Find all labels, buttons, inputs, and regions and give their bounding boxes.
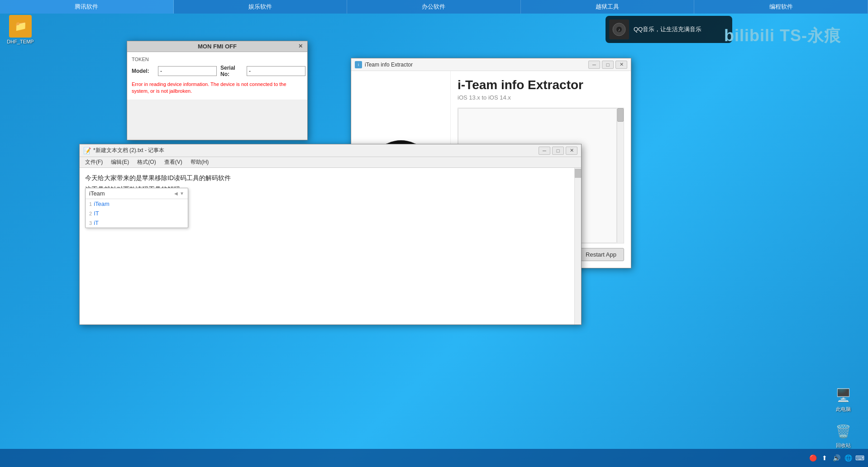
tray-icon-volume[interactable]: 🔊: [832, 453, 841, 462]
mon-fmi-body: TOKEN Model: Serial No: Error in reading…: [127, 52, 307, 100]
mon-fmi-title: MON FMI OFF: [198, 43, 237, 50]
menu-help[interactable]: 帮助(H): [187, 157, 213, 167]
notepad-titlebar: 📝 *新建文本文档 (2).txt - 记事本 ─ □ ✕: [80, 144, 581, 157]
menu-edit[interactable]: 编辑(E): [107, 157, 133, 167]
model-input[interactable]: [158, 66, 217, 76]
iteam-window-controls: ─ □ ✕: [588, 61, 627, 69]
notepad-window-controls: ─ □ ✕: [539, 147, 577, 155]
taskbar-item-tengxun[interactable]: 腾讯软件: [0, 0, 174, 14]
autocomplete-suggestion-2[interactable]: 2 IT: [86, 209, 188, 218]
system-tray: 🔴 ⬆ 🔊 🌐 ⌨: [0, 449, 868, 467]
mycomputer-icon: 🖥️: [833, 385, 853, 405]
mon-fmi-window: MON FMI OFF ✕ TOKEN Model: Serial No: Er…: [127, 41, 308, 140]
tray-icon-keyboard[interactable]: ⌨: [855, 453, 864, 462]
notepad-title: *新建文本文档 (2).txt - 记事本: [93, 147, 164, 154]
autocomplete-dropdown: iTeam ◀ ▼ 1 iTeam 2 IT 3 iT: [85, 188, 188, 228]
desktop-icon-label: DHF_TEMP: [7, 39, 33, 44]
menu-view[interactable]: 查看(V): [161, 157, 186, 167]
iteam-minimize-button[interactable]: ─: [588, 61, 600, 69]
notepad-icon: 📝: [83, 147, 91, 154]
menu-file[interactable]: 文件(F): [81, 157, 106, 167]
serial-label: Serial No:: [220, 65, 243, 77]
desktop-icon-mycomputer[interactable]: 🖥️ 此电脑: [827, 385, 859, 413]
taskbar-item-yule[interactable]: 娱乐软件: [174, 0, 348, 14]
taskbar-item-biancheng[interactable]: 编程软件: [694, 0, 868, 14]
notepad-line-1: 今天给大家带来的是苹果移除ID读码工具的解码软件: [85, 172, 569, 184]
mon-fmi-titlebar: MON FMI OFF ✕: [127, 41, 307, 52]
menu-format[interactable]: 格式(O): [134, 157, 159, 167]
iteam-scrollbar[interactable]: [617, 108, 624, 243]
autocomplete-suggestion-3[interactable]: 3 iT: [86, 218, 188, 228]
token-label: TOKEN: [132, 57, 303, 62]
music-album-art: ♪: [609, 19, 629, 39]
notepad-minimize-button[interactable]: ─: [539, 147, 550, 155]
notepad-close-button[interactable]: ✕: [566, 147, 577, 155]
serial-input[interactable]: [247, 66, 305, 76]
taskbar-top: 腾讯软件 娱乐软件 办公软件 越狱工具 编程软件: [0, 0, 868, 14]
tray-icon-network[interactable]: 🌐: [844, 453, 853, 462]
mon-fmi-fields: Model: Serial No:: [132, 65, 303, 77]
model-label: Model:: [132, 68, 154, 74]
bilibili-branding: bilibili TS-永痕: [724, 25, 841, 47]
iteam-app-subtitle: iOS 13.x to iOS 14.x: [458, 94, 624, 101]
notepad-menubar: 文件(F) 编辑(E) 格式(O) 查看(V) 帮助(H): [80, 157, 581, 168]
notepad-scrollbar[interactable]: [574, 168, 581, 324]
autocomplete-suggestion-1[interactable]: 1 iTeam: [86, 199, 188, 209]
music-title: QQ音乐，让生活充满音乐: [634, 25, 701, 33]
restart-app-button[interactable]: Restart App: [578, 248, 624, 261]
iteam-window-icon: i: [355, 61, 362, 68]
iteam-titlebar: i iTeam info Extractor ─ □ ✕: [351, 58, 631, 71]
taskbar-item-bangong[interactable]: 办公软件: [347, 0, 521, 14]
autocomplete-left-arrow[interactable]: ◀: [174, 191, 178, 196]
recycle-label: 回收站: [836, 442, 851, 449]
desktop-icon-recycle[interactable]: 🗑️ 回收站: [827, 421, 859, 449]
tray-icon-upload[interactable]: ⬆: [820, 453, 829, 462]
autocomplete-current-value: iTeam: [89, 190, 105, 197]
iteam-app-title: i-Team info Extractor: [458, 78, 624, 92]
iteam-window-title: iTeam info Extractor: [365, 62, 413, 68]
error-message: Error in reading device information. The…: [132, 81, 303, 95]
mon-fmi-close-button[interactable]: ✕: [298, 43, 305, 50]
notepad-maximize-button[interactable]: □: [552, 147, 564, 155]
iteam-maximize-button[interactable]: □: [602, 61, 614, 69]
taskbar-item-yuejie[interactable]: 越狱工具: [521, 0, 695, 14]
iteam-close-button[interactable]: ✕: [615, 61, 627, 69]
iteam-scrollbar-thumb[interactable]: [617, 108, 624, 122]
folder-icon: 📁: [9, 15, 32, 38]
autocomplete-right-arrow[interactable]: ▼: [180, 191, 184, 196]
tray-icon-1[interactable]: 🔴: [808, 453, 817, 462]
autocomplete-input-row: iTeam ◀ ▼: [86, 188, 188, 199]
svg-text:♪: ♪: [618, 27, 620, 32]
recycle-icon: 🗑️: [833, 421, 853, 441]
notepad-scrollbar-thumb[interactable]: [575, 169, 581, 178]
mycomputer-label: 此电脑: [836, 406, 851, 413]
notepad-window: 📝 *新建文本文档 (2).txt - 记事本 ─ □ ✕ 文件(F) 编辑(E…: [79, 144, 582, 325]
desktop-icon-dhf[interactable]: 📁 DHF_TEMP: [2, 15, 38, 44]
music-widget[interactable]: ♪ QQ音乐，让生活充满音乐: [606, 16, 732, 43]
